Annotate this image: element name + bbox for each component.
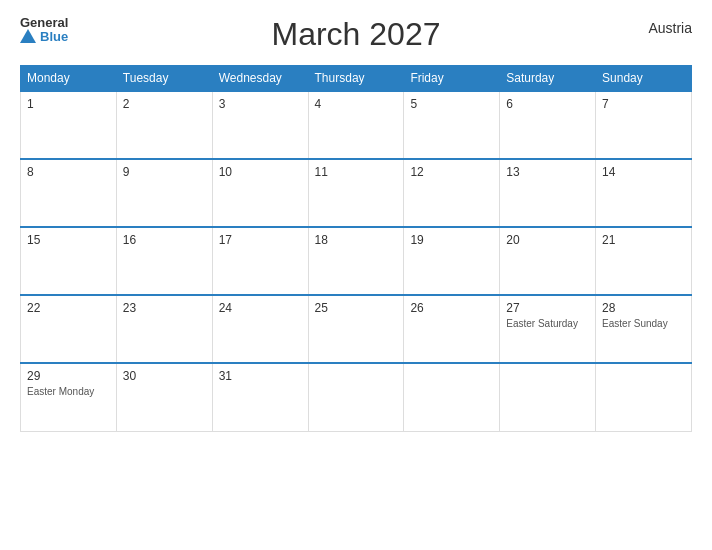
week-row-1: 1234567 xyxy=(21,91,692,159)
weekday-header-row: MondayTuesdayWednesdayThursdayFridaySatu… xyxy=(21,66,692,92)
day-number: 13 xyxy=(506,165,589,179)
day-number: 28 xyxy=(602,301,685,315)
day-number: 7 xyxy=(602,97,685,111)
calendar-cell: 11 xyxy=(308,159,404,227)
calendar-table: MondayTuesdayWednesdayThursdayFridaySatu… xyxy=(20,65,692,432)
calendar-cell: 30 xyxy=(116,363,212,431)
day-number: 25 xyxy=(315,301,398,315)
calendar-cell: 29Easter Monday xyxy=(21,363,117,431)
day-number: 4 xyxy=(315,97,398,111)
weekday-header-thursday: Thursday xyxy=(308,66,404,92)
day-number: 23 xyxy=(123,301,206,315)
logo: General Blue xyxy=(20,16,68,43)
week-row-5: 29Easter Monday3031 xyxy=(21,363,692,431)
day-number: 9 xyxy=(123,165,206,179)
calendar-cell: 26 xyxy=(404,295,500,363)
calendar-cell: 10 xyxy=(212,159,308,227)
logo-blue-text: Blue xyxy=(40,30,68,43)
day-number: 1 xyxy=(27,97,110,111)
calendar-cell: 1 xyxy=(21,91,117,159)
week-row-3: 15161718192021 xyxy=(21,227,692,295)
day-number: 11 xyxy=(315,165,398,179)
calendar-cell: 14 xyxy=(596,159,692,227)
calendar-cell xyxy=(308,363,404,431)
calendar-cell: 12 xyxy=(404,159,500,227)
calendar-cell: 27Easter Saturday xyxy=(500,295,596,363)
calendar-cell: 15 xyxy=(21,227,117,295)
day-number: 27 xyxy=(506,301,589,315)
weekday-header-friday: Friday xyxy=(404,66,500,92)
day-event-label: Easter Monday xyxy=(27,385,110,398)
calendar-cell: 18 xyxy=(308,227,404,295)
weekday-header-monday: Monday xyxy=(21,66,117,92)
calendar-cell: 22 xyxy=(21,295,117,363)
day-number: 17 xyxy=(219,233,302,247)
page-header: General Blue March 2027 Austria xyxy=(20,16,692,53)
day-number: 15 xyxy=(27,233,110,247)
country-label: Austria xyxy=(648,20,692,36)
calendar-cell xyxy=(404,363,500,431)
day-number: 20 xyxy=(506,233,589,247)
calendar-cell: 4 xyxy=(308,91,404,159)
day-number: 2 xyxy=(123,97,206,111)
calendar-cell: 8 xyxy=(21,159,117,227)
calendar-cell: 6 xyxy=(500,91,596,159)
weekday-header-tuesday: Tuesday xyxy=(116,66,212,92)
day-number: 30 xyxy=(123,369,206,383)
day-number: 29 xyxy=(27,369,110,383)
week-row-4: 222324252627Easter Saturday28Easter Sund… xyxy=(21,295,692,363)
calendar-cell xyxy=(500,363,596,431)
day-number: 21 xyxy=(602,233,685,247)
logo-triangle-icon xyxy=(20,29,36,43)
day-number: 18 xyxy=(315,233,398,247)
calendar-cell: 20 xyxy=(500,227,596,295)
calendar-cell: 17 xyxy=(212,227,308,295)
day-number: 6 xyxy=(506,97,589,111)
day-number: 16 xyxy=(123,233,206,247)
calendar-cell: 28Easter Sunday xyxy=(596,295,692,363)
calendar-cell: 13 xyxy=(500,159,596,227)
calendar-cell: 31 xyxy=(212,363,308,431)
day-number: 31 xyxy=(219,369,302,383)
weekday-header-wednesday: Wednesday xyxy=(212,66,308,92)
calendar-cell xyxy=(596,363,692,431)
weekday-header-sunday: Sunday xyxy=(596,66,692,92)
calendar-cell: 2 xyxy=(116,91,212,159)
calendar-cell: 25 xyxy=(308,295,404,363)
day-number: 14 xyxy=(602,165,685,179)
day-number: 5 xyxy=(410,97,493,111)
day-number: 24 xyxy=(219,301,302,315)
day-number: 3 xyxy=(219,97,302,111)
calendar-cell: 19 xyxy=(404,227,500,295)
day-number: 10 xyxy=(219,165,302,179)
calendar-cell: 3 xyxy=(212,91,308,159)
calendar-cell: 9 xyxy=(116,159,212,227)
day-number: 8 xyxy=(27,165,110,179)
calendar-cell: 5 xyxy=(404,91,500,159)
day-number: 26 xyxy=(410,301,493,315)
day-event-label: Easter Saturday xyxy=(506,317,589,330)
day-number: 12 xyxy=(410,165,493,179)
logo-general-text: General xyxy=(20,16,68,29)
day-event-label: Easter Sunday xyxy=(602,317,685,330)
calendar-cell: 23 xyxy=(116,295,212,363)
calendar-cell: 16 xyxy=(116,227,212,295)
weekday-header-saturday: Saturday xyxy=(500,66,596,92)
calendar-cell: 7 xyxy=(596,91,692,159)
calendar-cell: 21 xyxy=(596,227,692,295)
calendar-title: March 2027 xyxy=(272,16,441,53)
day-number: 22 xyxy=(27,301,110,315)
day-number: 19 xyxy=(410,233,493,247)
calendar-cell: 24 xyxy=(212,295,308,363)
week-row-2: 891011121314 xyxy=(21,159,692,227)
